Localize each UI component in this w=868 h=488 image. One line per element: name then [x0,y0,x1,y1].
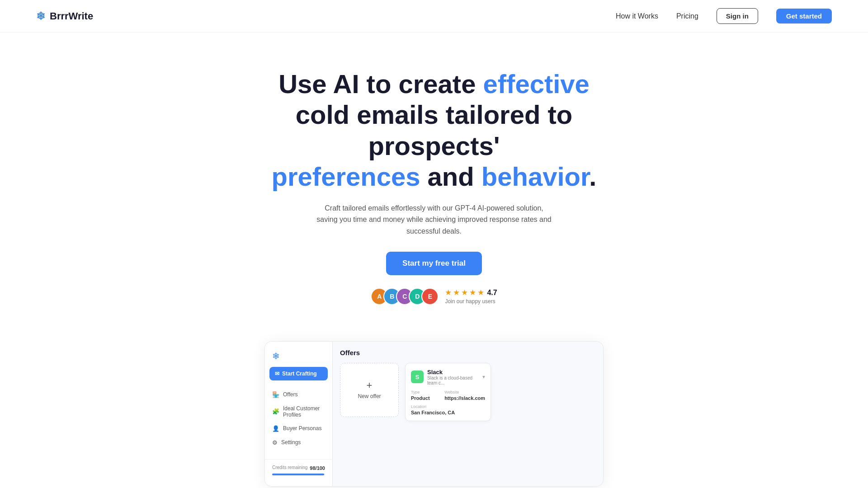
hero-headline: Use AI to create effective cold emails t… [258,69,610,192]
star-1: ★ [445,288,452,297]
headline-highlight3: behavior [481,162,590,191]
avatar-5: E [421,288,439,305]
headline-part3: and [420,162,481,191]
new-offer-card[interactable]: + New offer [340,363,399,417]
star-4: ★ [469,288,476,297]
start-crafting-label: Start Crafting [282,371,317,377]
offer-type-col: Type Product [411,390,440,401]
hero-section: Use AI to create effective cold emails t… [0,33,868,323]
brand-name: BrrrWrite [50,10,93,22]
logo[interactable]: ❄ BrrrWrite [36,10,93,23]
offer-website-col: Website https://slack.com [444,390,485,401]
offer-name-row: Slack Slack is a cloud-based team c... [427,369,482,385]
location-value: San Francisco, CA [411,410,485,415]
start-crafting-button[interactable]: ✉ Start Crafting [269,367,328,380]
headline-part1: Use AI to create [278,69,483,99]
offer-detail-row: Type Product Website https://slack.com [411,390,485,401]
type-label: Type [411,390,440,394]
getstarted-button[interactable]: Get started [776,9,832,23]
section-title: Offers [340,349,596,357]
headline-highlight2: preferences [272,162,420,191]
signin-button[interactable]: Sign in [717,8,758,24]
star-3: ★ [461,288,468,297]
offers-grid: + New offer S Slack Slack is a cloud-bas… [340,363,596,421]
plus-icon: + [367,380,373,390]
user-avatars: A B C D E [371,288,439,305]
logo-icon: ❄ [36,10,45,23]
rating-row: ★ ★ ★ ★ ★ 4.7 [445,288,497,297]
credits-bar [272,474,325,475]
sidebar-offers-label: Offers [283,391,297,398]
sidebar-item-offers[interactable]: 🏪 Offers [265,388,332,402]
sidebar-item-icp[interactable]: 🧩 Ideal Customer Profiles [265,402,332,422]
headline-highlight1: effective [483,69,590,99]
pencil-icon: ✉ [275,371,279,377]
app-sidebar: ❄ ✉ Start Crafting 🏪 Offers 🧩 Ideal Cust… [265,342,333,486]
offer-location-row: Location San Francisco, CA [411,404,485,415]
website-label: Website [444,390,485,394]
offer-logo: S [411,371,424,383]
icp-icon: 🧩 [272,408,279,415]
sidebar-item-personas[interactable]: 👤 Buyer Personas [265,422,332,436]
sidebar-settings-label: Settings [281,439,301,446]
app-preview: ❄ ✉ Start Crafting 🏪 Offers 🧩 Ideal Cust… [264,341,604,487]
app-main: Offers + New offer S Slack Slack is [333,342,603,486]
navbar: ❄ BrrrWrite How it Works Pricing Sign in… [0,0,868,33]
slack-offer-card[interactable]: S Slack Slack is a cloud-based team c...… [405,363,491,421]
hero-cta-button[interactable]: Start my free trial [386,252,482,275]
personas-icon: 👤 [272,425,279,432]
sidebar-personas-label: Buyer Personas [283,425,321,432]
offers-icon: 🏪 [272,391,279,398]
credits-bar-fill [272,474,324,475]
sidebar-icp-label: Ideal Customer Profiles [283,405,325,418]
chevron-down-icon: ▾ [482,374,485,380]
hero-subtext: Craft tailored emails effortlessly with … [316,202,552,237]
type-value: Product [411,395,440,401]
star-2: ★ [453,288,460,297]
hero-social: A B C D E ★ ★ ★ ★ ★ 4.7 Join our happy u… [371,288,497,305]
rating-block: ★ ★ ★ ★ ★ 4.7 Join our happy users [445,288,497,305]
offer-description: Slack is a cloud-based team c... [427,375,482,385]
offer-logo-letter: S [415,374,420,380]
sidebar-item-settings[interactable]: ⚙ Settings [265,436,332,450]
credits-label: Credits remaining [272,465,307,470]
offer-name: Slack [427,369,482,375]
headline-part2: cold emails tailored to prospects' [296,100,572,160]
headline-end: . [589,162,596,191]
rating-value: 4.7 [487,289,497,297]
nav-how-it-works[interactable]: How it Works [616,12,658,20]
offer-card-header: S Slack Slack is a cloud-based team c...… [411,369,485,385]
nav-links: How it Works Pricing Sign in Get started [616,8,832,24]
credits-value: 98/100 [310,465,325,471]
sidebar-logo-icon: ❄ [265,349,332,367]
website-value: https://slack.com [444,395,485,401]
settings-icon: ⚙ [272,439,278,446]
new-offer-label: New offer [358,393,381,399]
star-5: ★ [477,288,484,297]
location-label: Location [411,404,485,409]
nav-pricing[interactable]: Pricing [676,12,698,20]
star-icons: ★ ★ ★ ★ ★ [445,288,484,297]
sidebar-footer: Credits remaining 98/100 [265,459,332,479]
rating-label: Join our happy users [445,298,495,305]
